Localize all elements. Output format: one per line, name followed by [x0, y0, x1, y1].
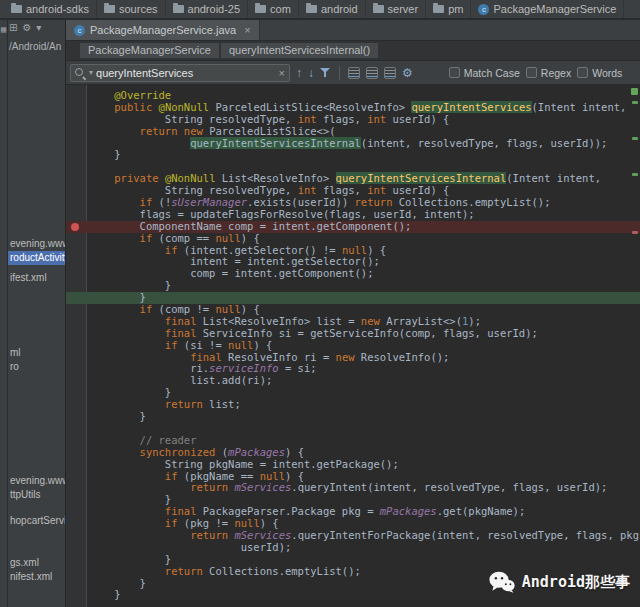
gutter-cell[interactable] [66, 304, 89, 316]
code-line[interactable]: return list; [66, 399, 640, 411]
gutter-cell[interactable] [66, 185, 89, 197]
project-tree-item[interactable]: ro [8, 360, 65, 374]
gutter-cell[interactable] [66, 482, 89, 494]
search-option-icon-3[interactable] [384, 67, 396, 79]
project-tree-item[interactable]: ttpUtils [8, 488, 65, 502]
regex-checkbox[interactable]: Regex [526, 67, 571, 79]
find-next-icon[interactable]: ↓ [308, 67, 314, 79]
gutter-cell[interactable] [66, 589, 89, 601]
gutter-cell[interactable] [66, 245, 89, 257]
project-tree-item[interactable]: evening.www. [8, 474, 65, 488]
editor-tab[interactable]: c PackageManagerService.java × [66, 20, 260, 40]
search-option-icon-2[interactable] [366, 67, 378, 79]
gutter-cell[interactable] [66, 292, 89, 304]
words-checkbox-box[interactable] [577, 67, 588, 78]
inspection-status-icon[interactable] [631, 88, 638, 95]
gutter-cell[interactable] [66, 578, 89, 590]
gutter-cell[interactable] [66, 387, 89, 399]
breadcrumb-label: com [270, 3, 291, 15]
gutter-cell[interactable] [66, 114, 89, 126]
gutter-cell[interactable] [66, 256, 89, 268]
search-option-icon-1[interactable] [348, 67, 360, 79]
search-input[interactable]: queryIntentServices [96, 67, 276, 79]
project-tree-item[interactable]: evening.www. [8, 237, 65, 251]
nav-breadcrumb-item[interactable]: queryIntentServicesInternal() [221, 43, 378, 58]
ide-window: android-sdkssourcesandroid-25comandroids… [0, 0, 640, 607]
gutter-cell[interactable] [66, 566, 89, 578]
gutter-cell[interactable] [66, 399, 89, 411]
close-tab-icon[interactable]: × [244, 24, 250, 36]
gutter-cell[interactable] [66, 316, 89, 328]
clear-search-icon[interactable]: × [279, 67, 285, 79]
gutter-cell[interactable] [66, 340, 89, 352]
gutter-cell[interactable] [66, 90, 89, 102]
nav-breadcrumb-item[interactable]: PackageManagerService [80, 43, 219, 58]
watermark-text: Android那些事 [522, 573, 630, 592]
breakpoint-icon[interactable] [71, 223, 79, 231]
gutter-cell[interactable] [66, 411, 89, 423]
gutter-cell[interactable] [66, 554, 89, 566]
match-case-checkbox[interactable]: Match Case [449, 67, 520, 79]
gutter-cell[interactable] [66, 518, 89, 530]
gutter-cell[interactable] [66, 197, 89, 209]
search-field[interactable]: ▾ queryIntentServices × [70, 64, 290, 82]
gutter-cell[interactable] [66, 530, 89, 542]
project-tree-item[interactable]: nifest.xml [8, 570, 65, 584]
project-tree-item[interactable]: gs.xml [8, 556, 65, 570]
breadcrumb-item[interactable]: android-25 [166, 0, 249, 18]
gutter-cell[interactable] [66, 126, 89, 138]
code-line[interactable]: } [66, 149, 640, 161]
breadcrumb-item[interactable]: pm [426, 0, 471, 18]
search-history-chevron-icon[interactable]: ▾ [89, 68, 93, 77]
regex-checkbox-box[interactable] [526, 67, 537, 78]
gutter-cell[interactable] [66, 161, 89, 173]
gutter-cell[interactable] [66, 102, 89, 114]
gutter-cell[interactable] [66, 209, 89, 221]
folder-icon [173, 5, 184, 13]
find-previous-icon[interactable]: ↑ [296, 67, 302, 79]
gutter-cell[interactable] [66, 268, 89, 280]
breadcrumb-item[interactable]: cPackageManagerService [471, 0, 624, 18]
gutter-cell[interactable] [66, 542, 89, 554]
breadcrumb-item[interactable]: android [299, 0, 366, 18]
match-case-checkbox-box[interactable] [449, 67, 460, 78]
code-line[interactable]: } [66, 411, 640, 423]
error-stripe[interactable] [630, 85, 640, 607]
words-checkbox[interactable]: Words [577, 67, 622, 79]
breadcrumb-label: android-25 [188, 3, 241, 15]
project-tool-window-icon[interactable]: ▦ [0, 26, 7, 33]
gutter-cell[interactable] [66, 447, 89, 459]
breadcrumb-item[interactable]: sources [97, 0, 166, 18]
gutter-cell[interactable] [66, 375, 89, 387]
code-editor[interactable]: @Override public @NonNull ParceledListSl… [66, 85, 640, 607]
code-line[interactable]: queryIntentServicesInternal(intent, reso… [66, 138, 640, 150]
gutter-cell[interactable] [66, 233, 89, 245]
gutter-cell[interactable] [66, 352, 89, 364]
project-tree-item[interactable]: roductActivity [8, 251, 65, 265]
gutter-cell[interactable] [66, 494, 89, 506]
find-toolbar: ▾ queryIntentServices × ↑ ↓ ⚙ Match Case [66, 61, 640, 85]
project-tree-item[interactable]: ifest.xml [8, 271, 65, 285]
project-tree-item[interactable]: ml [8, 346, 65, 360]
search-filter-icon[interactable] [320, 67, 331, 78]
gutter-cell[interactable] [66, 280, 89, 292]
breadcrumb-item[interactable]: server [366, 0, 427, 18]
gutter-cell[interactable] [66, 363, 89, 375]
search-settings-gear-icon[interactable]: ⚙ [402, 67, 413, 79]
gutter-cell[interactable] [66, 459, 89, 471]
code-line[interactable]: } [66, 280, 640, 292]
gutter-cell[interactable] [66, 435, 89, 447]
gutter-cell[interactable] [66, 328, 89, 340]
gutter-cell[interactable] [66, 138, 89, 150]
gutter-cell[interactable] [66, 423, 89, 435]
breadcrumb-item[interactable]: com [248, 0, 299, 18]
gutter-cell[interactable] [66, 149, 89, 161]
breakpoint-gutter[interactable] [66, 221, 89, 233]
gutter-cell[interactable] [66, 471, 89, 483]
folder-icon [306, 5, 317, 13]
gutter-cell[interactable] [66, 506, 89, 518]
project-tree-item[interactable]: hopcartServic [8, 514, 65, 528]
code-area[interactable]: @Override public @NonNull ParceledListSl… [66, 85, 640, 607]
breadcrumb-item[interactable]: android-sdks [4, 0, 97, 18]
gutter-cell[interactable] [66, 173, 89, 185]
